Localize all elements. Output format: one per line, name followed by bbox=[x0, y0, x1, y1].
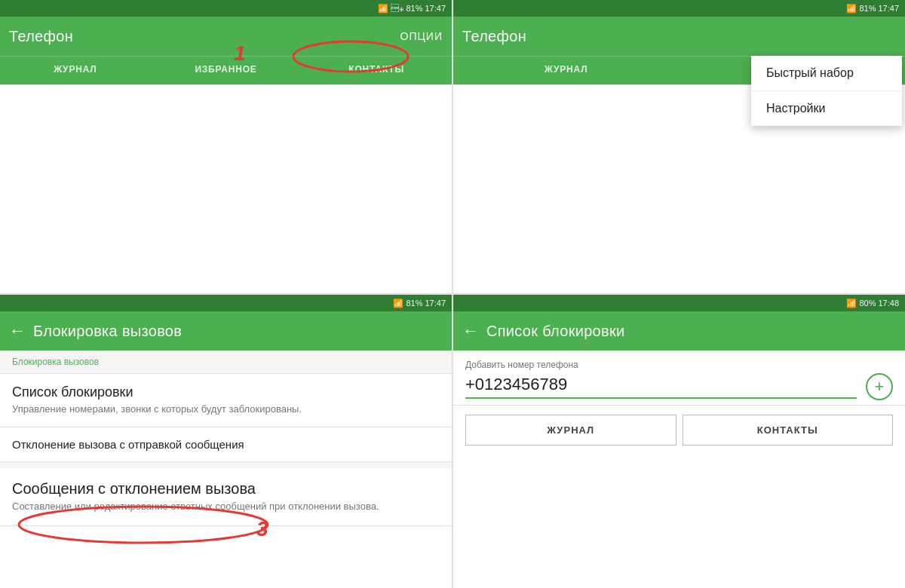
back-button-4[interactable]: ← bbox=[462, 321, 479, 341]
contacts-button[interactable]: КОНТАКТЫ bbox=[683, 415, 894, 446]
time-text-2: 17:47 bbox=[878, 4, 899, 13]
dropdown-item-settings[interactable]: Настройки bbox=[751, 91, 902, 126]
bottom-subtitle-3: Составление или редактирование ответных … bbox=[12, 500, 440, 513]
time-text-1: 17:47 bbox=[425, 4, 446, 13]
list-item-block-list[interactable]: Список блокировки Управление номерами, з… bbox=[0, 374, 452, 427]
content-4: Добавить номер телефона +0123456789 + ЖУ… bbox=[453, 351, 905, 588]
status-icons-4: 📶 80% 17:48 bbox=[846, 299, 899, 308]
bottom-title-3: Сообщения с отклонением вызова bbox=[12, 480, 440, 498]
tab-bar-1: ЖУРНАЛ ИЗБРАННОЕ КОНТАКТЫ bbox=[0, 56, 452, 84]
list-item-reject-compose[interactable]: Сообщения с отклонением вызова Составлен… bbox=[0, 468, 452, 526]
signal-icon: ☩ bbox=[391, 4, 403, 13]
app-title-1: Телефон bbox=[9, 28, 73, 45]
panel-2: 📶 81% 17:47 Телефон ЖУРНАЛ ИЗБА... Быстр… bbox=[453, 0, 905, 293]
options-button[interactable]: ОПЦИИ bbox=[400, 30, 443, 42]
status-bar-2: 📶 81% 17:47 bbox=[453, 0, 905, 17]
status-icons-1: 📶 ☩ 81% 17:47 bbox=[378, 4, 446, 14]
wifi-icon-3: 📶 bbox=[393, 299, 403, 308]
back-button-3[interactable]: ← bbox=[9, 321, 26, 341]
tab-contacts-1[interactable]: КОНТАКТЫ bbox=[301, 57, 452, 84]
panel-4: 📶 80% 17:48 ← Список блокировки Добавить… bbox=[453, 295, 905, 588]
journal-button[interactable]: ЖУРНАЛ bbox=[465, 415, 676, 446]
section-header-3: Блокировка вызовов bbox=[0, 351, 452, 374]
app-title-2: Телефон bbox=[462, 28, 526, 45]
phone-input-row: +0123456789 + bbox=[465, 373, 893, 400]
status-icons-3: 📶 81% 17:47 bbox=[393, 299, 446, 308]
tab-favorites-1[interactable]: ИЗБРАННОЕ bbox=[151, 57, 302, 84]
content-1 bbox=[0, 85, 452, 293]
button-row: ЖУРНАЛ КОНТАКТЫ bbox=[453, 406, 905, 455]
app-bar-left-3: ← Блокировка вызовов bbox=[9, 321, 182, 341]
list-item-title-block: Список блокировки bbox=[12, 384, 440, 400]
panel-1: 📶 ☩ 81% 17:47 Телефон ОПЦИИ ЖУРНАЛ ИЗБР… bbox=[0, 0, 452, 293]
app-title-4: Список блокировки bbox=[486, 323, 625, 340]
phone-label: Добавить номер телефона bbox=[465, 360, 893, 370]
wifi-icon-4: 📶 bbox=[846, 299, 857, 308]
battery-text-1: 81% bbox=[406, 4, 422, 13]
status-icons-2: 📶 81% 17:47 bbox=[846, 4, 899, 14]
divider-3a bbox=[0, 462, 452, 468]
app-title-3: Блокировка вызовов bbox=[33, 323, 182, 340]
app-bar-2: Телефон bbox=[453, 17, 905, 56]
tab-journal-2[interactable]: ЖУРНАЛ bbox=[453, 57, 680, 84]
list-item-reject-msg[interactable]: Отклонение вызова с отправкой сообщения bbox=[0, 427, 452, 462]
status-bar-4: 📶 80% 17:48 bbox=[453, 295, 905, 311]
phone-input-section: Добавить номер телефона +0123456789 + bbox=[453, 351, 905, 405]
dropdown-menu: Быстрый набор Настройки bbox=[751, 56, 902, 126]
list-item-subtitle-block: Управление номерами, звонки с которых бу… bbox=[12, 403, 440, 416]
wifi-icon: 📶 bbox=[378, 4, 388, 14]
content-3: Блокировка вызовов Список блокировки Упр… bbox=[0, 351, 452, 588]
app-bar-1: Телефон ОПЦИИ bbox=[0, 17, 452, 56]
status-bar-1: 📶 ☩ 81% 17:47 bbox=[0, 0, 452, 17]
battery-text-2: 81% bbox=[859, 4, 876, 13]
add-phone-button[interactable]: + bbox=[866, 373, 893, 400]
time-text-4: 17:48 bbox=[878, 299, 899, 308]
time-text-3: 17:47 bbox=[425, 299, 446, 308]
tab-journal-1[interactable]: ЖУРНАЛ bbox=[0, 57, 151, 84]
battery-text-4: 80% bbox=[859, 299, 876, 308]
app-bar-left-4: ← Список блокировки bbox=[462, 321, 625, 341]
dropdown-item-quick-dial[interactable]: Быстрый набор bbox=[751, 56, 902, 91]
app-bar-4: ← Список блокировки bbox=[453, 311, 905, 351]
phone-input[interactable]: +0123456789 bbox=[465, 375, 857, 399]
app-bar-3: ← Блокировка вызовов bbox=[0, 311, 452, 351]
battery-text-3: 81% bbox=[406, 299, 422, 308]
panel-3: 📶 81% 17:47 ← Блокировка вызовов Блокиро… bbox=[0, 295, 452, 588]
status-bar-3: 📶 81% 17:47 bbox=[0, 295, 452, 311]
wifi-icon-2: 📶 bbox=[846, 4, 857, 14]
